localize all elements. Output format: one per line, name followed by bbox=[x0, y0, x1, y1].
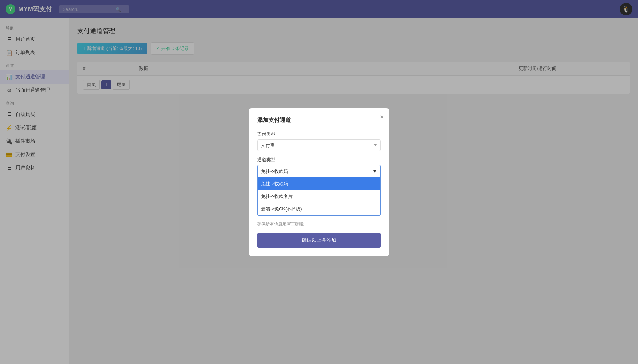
modal-title: 添加支付通道 bbox=[257, 117, 381, 124]
dropdown-item-namecard[interactable]: 免挂->收款名片 bbox=[258, 190, 380, 203]
channel-type-group: 通道类型: 免挂->收款码 ▼ 免挂->收款码 免挂->收款名片 云端->免CK… bbox=[257, 157, 381, 216]
channel-type-selected: 免挂->收款码 bbox=[261, 168, 288, 175]
pay-type-label: 支付类型: bbox=[257, 131, 381, 137]
form-note: 确保所有信息填写正确哦 bbox=[257, 221, 381, 227]
pay-type-select[interactable]: 支付宝 bbox=[257, 139, 381, 151]
chevron-down-icon: ▼ bbox=[372, 169, 377, 174]
channel-type-dropdown: 免挂->收款码 免挂->收款名片 云端->免CK(不掉线) bbox=[257, 177, 381, 216]
modal-close-button[interactable]: × bbox=[380, 114, 384, 120]
dropdown-item-qrcode[interactable]: 免挂->收款码 bbox=[258, 177, 380, 190]
modal-overlay: 添加支付通道 × 支付类型: 支付宝 通道类型: 免挂->收款码 ▼ 免挂->收… bbox=[0, 0, 638, 364]
dropdown-item-cloud-ck[interactable]: 云端->免CK(不掉线) bbox=[258, 203, 380, 215]
channel-type-input[interactable]: 免挂->收款码 ▼ bbox=[257, 165, 381, 177]
add-channel-modal: 添加支付通道 × 支付类型: 支付宝 通道类型: 免挂->收款码 ▼ 免挂->收… bbox=[249, 108, 389, 256]
pay-type-group: 支付类型: 支付宝 bbox=[257, 131, 381, 151]
channel-type-label: 通道类型: bbox=[257, 157, 381, 163]
confirm-button[interactable]: 确认以上并添加 bbox=[257, 233, 381, 248]
channel-type-wrap: 免挂->收款码 ▼ 免挂->收款码 免挂->收款名片 云端->免CK(不掉线) bbox=[257, 165, 381, 216]
